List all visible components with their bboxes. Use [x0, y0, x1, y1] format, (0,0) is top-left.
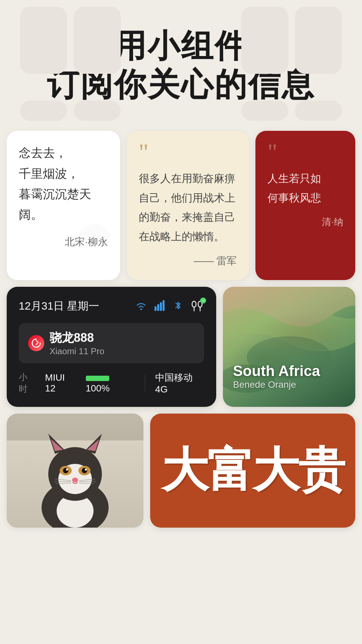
svg-rect-3 — [160, 302, 162, 311]
chip-info: 骁龙888 Xiaomi 11 Pro — [50, 330, 104, 357]
poem-text: 念去去，千里烟波，暮霭沉沉楚天阔。 — [19, 143, 108, 225]
map-card: South Africa Benede Oranje — [223, 287, 355, 407]
divider — [145, 375, 145, 391]
chip-model: Xiaomi 11 Pro — [50, 346, 104, 357]
system-value: MIUI 12 — [45, 372, 75, 394]
map-background: South Africa Benede Oranje — [223, 287, 355, 407]
svg-point-5 — [192, 301, 196, 307]
deco-rect-3 — [241, 7, 288, 74]
quote-text-red: 人生若只如何事秋风悲 — [267, 169, 343, 208]
deco-rect-5 — [20, 101, 67, 121]
svg-point-25 — [85, 469, 87, 471]
bluetooth-icon — [173, 300, 183, 312]
quote-card-white: 念去去，千里烟波，暮霭沉沉楚天阔。 北宋·柳永 — [7, 131, 120, 280]
device-top-row: 12月31日 星期一 — [19, 299, 204, 314]
svg-line-31 — [79, 481, 96, 482]
cloud-decoration — [73, 220, 113, 253]
svg-point-24 — [66, 469, 68, 471]
deco-rect-6 — [74, 101, 121, 121]
hero-section: 用小组件 订阅你关心的信息 — [0, 0, 362, 124]
device-network: 中国移动 4G — [155, 371, 204, 395]
svg-line-28 — [54, 481, 71, 482]
device-battery: 100% — [86, 372, 135, 394]
chip-logo — [28, 335, 44, 351]
fortune-text: 大富大贵 — [152, 439, 354, 502]
airpods-connected-badge — [200, 298, 206, 304]
svg-point-0 — [140, 309, 142, 310]
device-date: 12月31日 星期一 — [19, 299, 99, 314]
device-map-row: 12月31日 星期一 — [0, 287, 362, 414]
quote-author-red: 清·纳 — [267, 216, 343, 228]
deco-rect-4 — [295, 7, 342, 74]
fortune-card: 大富大贵 — [150, 414, 355, 528]
cat-illustration — [28, 427, 122, 528]
device-card: 12月31日 星期一 — [7, 287, 216, 407]
svg-point-22 — [63, 468, 68, 473]
cat-fortune-section: 大富大贵 — [0, 414, 362, 534]
quote-cards-row: 念去去，千里烟波，暮霭沉沉楚天阔。 北宋·柳永 " 很多人在用勤奋麻痹自己，他们… — [0, 124, 362, 287]
quote-card-beige: " 很多人在用勤奋麻痹自己，他们用战术上的勤奋，来掩盖自己在战略上的懒惰。 ——… — [127, 131, 249, 280]
deco-rect-8 — [295, 101, 342, 121]
quote-card-red: " 人生若只如何事秋风悲 清·纳 — [255, 131, 355, 280]
cat-fortune-row: 大富大贵 — [0, 414, 362, 534]
quote-text-beige: 很多人在用勤奋麻痹自己，他们用战术上的勤奋，来掩盖自己在战略上的懒惰。 — [139, 169, 237, 246]
hero-title: 用小组件 订阅你关心的信息 — [20, 27, 342, 104]
chip-name: 骁龙888 — [50, 330, 104, 346]
map-region: Benede Oranje — [233, 379, 320, 390]
battery-bar — [86, 376, 109, 381]
deco-rect-7 — [241, 101, 288, 121]
svg-rect-1 — [155, 306, 157, 311]
device-system: MIUI 12 — [45, 372, 75, 394]
quote-author-beige: —— 雷军 — [139, 254, 237, 268]
svg-point-26 — [72, 478, 78, 482]
quote-cards-section: 念去去，千里烟波，暮霭沉沉楚天阔。 北宋·柳永 " 很多人在用勤奋麻痹自己，他们… — [0, 124, 362, 287]
signal-icon — [154, 300, 166, 313]
svg-rect-2 — [157, 304, 159, 311]
svg-rect-4 — [163, 300, 165, 311]
map-country: South Africa — [233, 363, 320, 379]
device-hour: 小时 — [19, 371, 35, 395]
network-value: 中国移动 4G — [155, 371, 204, 395]
device-chip: 骁龙888 Xiaomi 11 Pro — [19, 323, 204, 363]
airpods-icon — [190, 300, 204, 313]
svg-point-23 — [82, 468, 87, 473]
quote-mark-red: " — [267, 143, 343, 162]
device-icons — [135, 300, 204, 313]
cat-card — [7, 414, 143, 528]
map-label: South Africa Benede Oranje — [233, 363, 320, 390]
deco-rect-1 — [20, 7, 67, 74]
wifi-icon — [135, 301, 147, 312]
quote-mark-beige: " — [139, 143, 237, 162]
device-bottom-row: 小时 MIUI 12 100% 中国移动 4G — [19, 371, 204, 395]
hour-label: 小时 — [19, 371, 35, 395]
deco-rect-2 — [74, 7, 121, 74]
device-map-section: 12月31日 星期一 — [0, 287, 362, 414]
battery-value: 100% — [86, 372, 135, 394]
